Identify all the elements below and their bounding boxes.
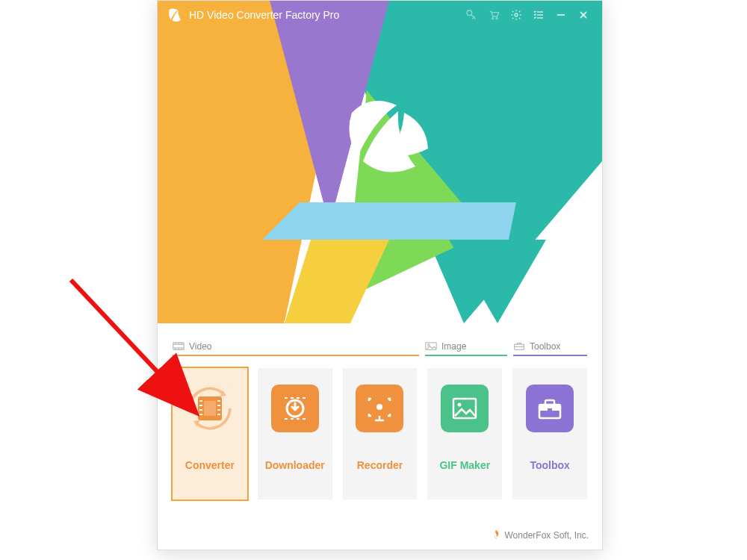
tile-recorder-label: Recorder <box>357 459 403 471</box>
category-video: Video <box>173 338 419 356</box>
svg-marker-5 <box>262 202 516 240</box>
svg-point-51 <box>458 403 462 407</box>
tile-gifmaker-label: GIF Maker <box>439 459 490 471</box>
image-category-icon <box>425 342 437 351</box>
svg-rect-54 <box>548 408 552 412</box>
app-logo-icon <box>167 7 183 23</box>
category-image-label: Image <box>441 341 466 352</box>
category-video-label: Video <box>189 341 211 352</box>
svg-point-9 <box>492 18 494 19</box>
app-title: HD Video Converter Factory Pro <box>189 9 339 21</box>
tile-converter[interactable]: Converter <box>171 367 249 501</box>
footer: WonderFox Soft, Inc. <box>492 530 589 541</box>
app-window: HD Video Converter Factory Pro <box>157 0 603 550</box>
task-list-icon[interactable] <box>527 4 550 26</box>
gifmaker-icon <box>441 385 489 432</box>
category-image: Image <box>425 338 507 356</box>
recorder-icon <box>356 385 403 432</box>
tile-row: Converter Downloader <box>173 368 587 500</box>
cart-icon[interactable] <box>483 4 505 26</box>
category-toolbox-label: Toolbox <box>530 341 560 352</box>
toolbox-icon <box>526 385 574 432</box>
close-button[interactable] <box>572 4 595 26</box>
svg-point-11 <box>515 13 518 16</box>
svg-point-25 <box>428 344 430 346</box>
license-key-icon[interactable] <box>460 4 483 26</box>
tile-gifmaker[interactable]: GIF Maker <box>427 368 502 500</box>
converter-icon <box>186 385 234 432</box>
category-toolbox: Toolbox <box>513 338 587 356</box>
category-row: Video Image Toolbox <box>173 338 587 361</box>
tile-downloader[interactable]: Downloader <box>258 368 332 500</box>
tile-downloader-label: Downloader <box>265 459 325 471</box>
hero-banner <box>158 1 602 323</box>
tile-recorder[interactable]: Recorder <box>343 368 418 500</box>
video-category-icon <box>173 342 185 351</box>
tile-toolbox[interactable]: Toolbox <box>512 368 587 500</box>
wonderfox-logo-icon <box>492 530 500 541</box>
footer-company: WonderFox Soft, Inc. <box>505 530 589 541</box>
svg-point-8 <box>467 10 472 16</box>
downloader-icon <box>271 385 319 432</box>
settings-gear-icon[interactable] <box>505 4 527 26</box>
title-bar: HD Video Converter Factory Pro <box>158 1 602 29</box>
svg-point-49 <box>376 404 382 410</box>
tile-converter-label: Converter <box>185 459 235 471</box>
minimize-button[interactable] <box>550 4 572 26</box>
hero-graphics <box>158 1 602 323</box>
tile-toolbox-label: Toolbox <box>530 459 569 471</box>
svg-point-10 <box>496 18 498 19</box>
toolbox-category-icon <box>513 342 525 351</box>
